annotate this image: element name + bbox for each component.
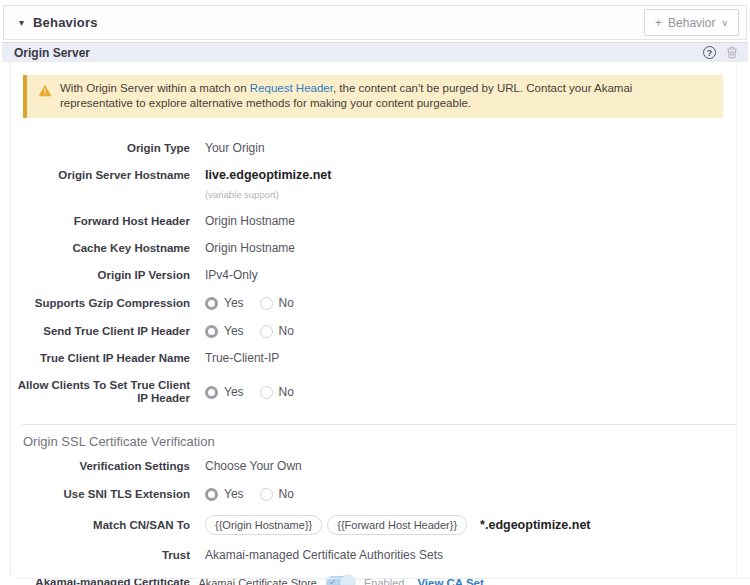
radio-option-yes[interactable]: Yes (205, 487, 244, 501)
field-true-client-ip-header-name: True Client IP Header Name True-Client-I… (11, 345, 736, 372)
help-icon[interactable]: ? (703, 46, 716, 59)
field-label: Supports Gzip Compression (11, 297, 190, 310)
radio-label: No (279, 296, 294, 310)
radio-selected-icon[interactable] (205, 386, 218, 399)
warning-text-before: With Origin Server within a match on (60, 82, 250, 94)
radio-selected-icon[interactable] (205, 488, 218, 501)
match-cn-san-tags: {{Origin Hostname}} {{Forward Host Heade… (205, 515, 591, 535)
field-value: True-Client-IP (205, 352, 279, 365)
radio-selected-icon[interactable] (205, 297, 218, 310)
warning-banner: With Origin Server within a match on Req… (23, 75, 723, 118)
origin-server-title: Origin Server (14, 46, 90, 60)
origin-server-section-bar[interactable]: Origin Server ? (2, 42, 748, 62)
field-label: Allow Clients To Set True Client IP Head… (11, 379, 190, 405)
chevron-down-icon: ∨ (721, 18, 728, 28)
radio-label: Yes (224, 487, 244, 501)
field-label: Origin Type (11, 142, 190, 155)
ssl-section-heading: Origin SSL Certificate Verification (11, 425, 736, 453)
field-label: Forward Host Header (11, 215, 190, 228)
behaviors-title: Behaviors (33, 15, 98, 30)
warning-triangle-icon (38, 83, 52, 111)
radio-unselected-icon[interactable] (260, 386, 273, 399)
radio-option-yes[interactable]: Yes (205, 296, 244, 310)
tag-forward-host-header[interactable]: {{Forward Host Header}} (327, 515, 467, 535)
collapse-caret-icon[interactable]: ▾ (19, 17, 24, 28)
field-verification-settings: Verification Settings Choose Your Own (11, 453, 736, 480)
field-label: Verification Settings (11, 460, 190, 473)
add-behavior-button[interactable]: + Behavior ∨ (644, 9, 739, 36)
toggle-knob (340, 575, 355, 585)
behaviors-header: ▾ Behaviors + Behavior ∨ (3, 5, 747, 40)
field-match-cn-san: Match CN/SAN To {{Origin Hostname}} {{Fo… (11, 508, 736, 542)
plus-icon: + (655, 16, 662, 30)
radio-label: No (279, 487, 294, 501)
radio-option-yes[interactable]: Yes (205, 385, 244, 399)
field-value: Origin Hostname (205, 215, 295, 228)
radio-label: No (279, 385, 294, 399)
field-value: Choose Your Own (205, 460, 302, 473)
field-origin-ip-version: Origin IP Version IPv4-Only (11, 262, 736, 289)
radio-option-yes[interactable]: Yes (205, 324, 244, 338)
radio-group-supports-gzip: Yes No (205, 296, 294, 310)
radio-option-no[interactable]: No (260, 385, 294, 399)
add-behavior-label: Behavior (668, 16, 715, 30)
trash-icon[interactable] (726, 46, 738, 59)
radio-label: No (279, 324, 294, 338)
field-origin-server-hostname: Origin Server Hostname live.edgeoptimize… (11, 162, 736, 208)
field-origin-type: Origin Type Your Origin (11, 135, 736, 162)
field-value: Your Origin (205, 142, 265, 155)
field-forward-host-header: Forward Host Header Origin Hostname (11, 208, 736, 235)
field-ca-sets: Akamai-managed Certificate Authority Set… (11, 569, 736, 585)
request-header-link[interactable]: Request Header (250, 82, 333, 94)
field-label: True Client IP Header Name (11, 352, 190, 365)
radio-option-no[interactable]: No (260, 324, 294, 338)
radio-unselected-icon[interactable] (260, 325, 273, 338)
field-allow-clients-set-tcip: Allow Clients To Set True Client IP Head… (11, 372, 736, 412)
origin-server-content: With Origin Server within a match on Req… (10, 62, 737, 575)
radio-option-no[interactable]: No (260, 487, 294, 501)
radio-unselected-icon[interactable] (260, 488, 273, 501)
bottom-divider (15, 578, 750, 579)
field-label: Send True Client IP Header (11, 325, 190, 338)
radio-group-send-true-client-ip: Yes No (205, 324, 294, 338)
radio-selected-icon[interactable] (205, 325, 218, 338)
field-trust: Trust Akamai-managed Certificate Authori… (11, 542, 736, 569)
field-label: Origin Server Hostname (11, 169, 190, 182)
radio-group-allow-clients: Yes No (205, 385, 294, 399)
radio-option-no[interactable]: No (260, 296, 294, 310)
warning-text: With Origin Server within a match on Req… (60, 81, 707, 111)
section-bar-icons: ? (703, 46, 738, 59)
radio-label: Yes (224, 296, 244, 310)
field-cache-key-hostname: Cache Key Hostname Origin Hostname (11, 235, 736, 262)
behaviors-page: ▾ Behaviors + Behavior ∨ Origin Server ? (0, 0, 750, 585)
match-hostname-value: *.edgeoptimize.net (480, 518, 590, 532)
field-label: Origin IP Version (11, 269, 190, 282)
tag-origin-hostname[interactable]: {{Origin Hostname}} (205, 515, 322, 535)
field-value: Origin Hostname (205, 242, 295, 255)
radio-label: Yes (224, 385, 244, 399)
field-label: Match CN/SAN To (11, 519, 190, 532)
field-supports-gzip: Supports Gzip Compression Yes No (11, 289, 736, 317)
field-value: IPv4-Only (205, 269, 258, 282)
radio-group-use-sni: Yes No (205, 487, 294, 501)
radio-unselected-icon[interactable] (260, 297, 273, 310)
field-value: Akamai-managed Certificate Authorities S… (205, 549, 443, 562)
field-send-true-client-ip: Send True Client IP Header Yes No (11, 317, 736, 345)
origin-server-form: Origin Type Your Origin Origin Server Ho… (11, 129, 736, 585)
radio-label: Yes (224, 324, 244, 338)
field-value-group: live.edgeoptimize.net (variable support) (205, 169, 331, 201)
field-label: Use SNI TLS Extension (11, 488, 190, 501)
field-use-sni: Use SNI TLS Extension Yes No (11, 480, 736, 508)
variable-support-note: (variable support) (205, 188, 331, 201)
origin-hostname-value: live.edgeoptimize.net (205, 169, 331, 182)
field-label: Trust (11, 549, 190, 562)
field-label: Cache Key Hostname (11, 242, 190, 255)
